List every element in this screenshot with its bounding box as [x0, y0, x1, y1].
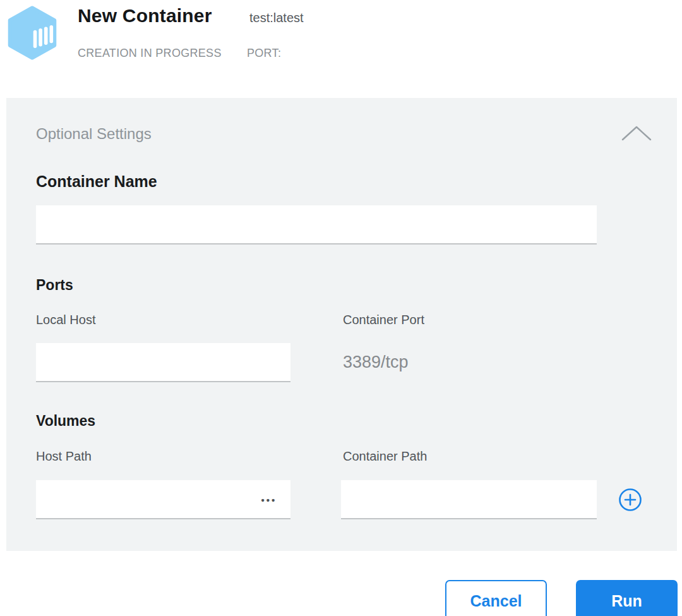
ellipsis-icon: •••	[261, 495, 277, 505]
container-cube-icon	[5, 5, 59, 61]
image-tag: test:latest	[249, 11, 304, 25]
host-path-label: Host Path	[36, 449, 92, 464]
container-path-label: Container Path	[343, 449, 427, 464]
local-host-label: Local Host	[36, 313, 96, 327]
container-path-input[interactable]	[341, 480, 597, 519]
collapse-section-button[interactable]	[619, 123, 654, 145]
volumes-heading: Volumes	[36, 413, 95, 430]
container-port-label: Container Port	[343, 313, 424, 327]
container-name-heading: Container Name	[36, 172, 157, 191]
optional-settings-title: Optional Settings	[36, 125, 152, 143]
container-name-input[interactable]	[36, 205, 597, 245]
optional-settings-panel: Optional Settings Container Name Ports L…	[6, 98, 677, 551]
local-host-input[interactable]	[36, 343, 290, 382]
page-title: New Container	[78, 5, 212, 27]
chevron-up-icon	[620, 135, 653, 144]
port-label: PORT:	[247, 47, 281, 60]
status-badge: CREATION IN PROGRESS	[78, 47, 222, 60]
cancel-button[interactable]: Cancel	[445, 580, 547, 616]
run-button[interactable]: Run	[576, 580, 678, 616]
browse-host-path-button[interactable]: •••	[251, 490, 287, 511]
container-port-value: 3389/tcp	[343, 353, 409, 372]
plus-circle-icon	[618, 505, 643, 514]
ports-heading: Ports	[36, 277, 73, 294]
add-volume-button[interactable]	[618, 487, 643, 512]
